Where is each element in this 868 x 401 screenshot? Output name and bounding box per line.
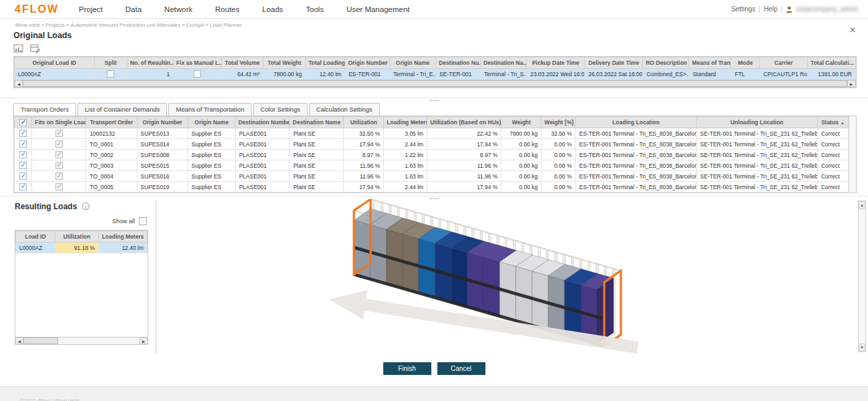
- finish-button[interactable]: Finish: [383, 362, 431, 375]
- settings-link[interactable]: Settings: [731, 5, 755, 13]
- column-header[interactable]: Unloading Location: [696, 117, 817, 128]
- column-header[interactable]: Origin Number: [137, 117, 188, 128]
- scroll-thumb[interactable]: [23, 338, 58, 344]
- column-header[interactable]: Means of Trans...: [689, 57, 731, 69]
- load-3d-viewer[interactable]: [157, 199, 828, 354]
- column-header[interactable]: Weight [%]: [541, 117, 576, 128]
- column-header[interactable]: Original Load ID: [15, 57, 95, 69]
- nav-item-tools[interactable]: Tools: [306, 5, 324, 13]
- row-checkbox[interactable]: [55, 140, 63, 148]
- row-checkbox[interactable]: [55, 183, 63, 190]
- scroll-thumb[interactable]: [23, 80, 847, 87]
- transport-orders-vscrollbar[interactable]: [849, 116, 856, 192]
- column-header[interactable]: Utilization: [344, 117, 384, 128]
- original-load-row[interactable]: L0000AZ164.42 m³7800.00 kg12.40 lmES-TER…: [15, 69, 856, 80]
- sort-ascending-icon[interactable]: ▲: [841, 121, 845, 125]
- tab-means-of-transportation[interactable]: Means of Transportation: [168, 103, 251, 116]
- scroll-left-arrow[interactable]: ◀: [15, 338, 23, 344]
- tab-color-settings[interactable]: Color Settings: [253, 103, 308, 116]
- cancel-button[interactable]: Cancel: [437, 362, 485, 375]
- scroll-up-arrow[interactable]: ▲: [859, 201, 865, 209]
- username-label[interactable]: vistacompany_admin: [796, 5, 859, 13]
- row-checkbox[interactable]: [55, 162, 63, 169]
- cell: SUPES014: [137, 139, 188, 150]
- row-checkbox[interactable]: [55, 151, 63, 158]
- resulting-loads-hscrollbar[interactable]: ◀ ▶: [15, 337, 148, 345]
- row-checkbox[interactable]: [19, 119, 27, 126]
- column-header[interactable]: Destination Number: [235, 117, 289, 128]
- close-icon[interactable]: ✕: [849, 27, 856, 33]
- column-header[interactable]: Pickup Date Time: [527, 57, 585, 69]
- row-checkbox[interactable]: [19, 130, 27, 137]
- transport-order-row[interactable]: TO_0001SUPES014Supplier ESPLASE001Plant …: [15, 139, 849, 150]
- transport-order-row[interactable]: TO_0003SUPES015Supplier ESPLASE001Plant …: [15, 160, 849, 171]
- column-header[interactable]: Total Weight: [263, 57, 305, 69]
- horizontal-splitter[interactable]: •••••: [0, 98, 868, 102]
- column-header[interactable]: Utilization (Based on HUs) [%]: [427, 117, 501, 128]
- column-header[interactable]: Weight: [501, 117, 541, 128]
- tab-list-of-container-demands[interactable]: List of Container Demands: [77, 103, 167, 116]
- nav-item-loads[interactable]: Loads: [262, 5, 283, 13]
- row-checkbox[interactable]: [19, 151, 27, 158]
- column-header[interactable]: Status▲: [817, 117, 848, 128]
- column-header[interactable]: Destination Name: [290, 117, 344, 128]
- column-header[interactable]: Delivery Date Time: [585, 57, 643, 69]
- scroll-track[interactable]: [58, 338, 140, 344]
- column-header[interactable]: Loading Location: [576, 117, 696, 128]
- column-header[interactable]: Utilization: [55, 231, 99, 243]
- resulting-load-row[interactable]: L0000AZ 91.18 % 12.40 lm: [16, 243, 148, 253]
- transport-order-row[interactable]: 10002132SUPES013Supplier ESPLASE001Plant…: [15, 128, 849, 139]
- column-header[interactable]: Carrier: [760, 57, 808, 69]
- scroll-down-arrow[interactable]: ▼: [859, 344, 865, 352]
- breadcrumb[interactable]: 4flow vista » Projects » Automotive Inbo…: [15, 22, 242, 28]
- column-header[interactable]: Transport Order: [86, 117, 137, 128]
- tab-calculation-settings[interactable]: Calculation Settings: [309, 103, 380, 116]
- scroll-right-arrow[interactable]: ▶: [847, 80, 855, 87]
- column-header[interactable]: Loading Meters: [99, 231, 148, 243]
- column-header[interactable]: Split: [94, 57, 127, 69]
- column-header[interactable]: Destination Na...: [480, 57, 526, 69]
- row-checkbox[interactable]: [55, 172, 63, 180]
- column-header[interactable]: Origin Name: [188, 117, 235, 128]
- column-header[interactable]: Loading Meters: [384, 117, 427, 128]
- column-header[interactable]: Origin Name: [389, 57, 435, 69]
- original-loads-hscrollbar[interactable]: ◀ ▶: [14, 80, 856, 88]
- column-header[interactable]: Total Calculati...: [808, 57, 856, 69]
- row-checkbox[interactable]: [19, 140, 27, 148]
- scroll-right-arrow[interactable]: ▶: [140, 338, 148, 344]
- transport-order-row[interactable]: TO_0002SUPES008Supplier ESPLASE001Plant …: [15, 150, 849, 160]
- vertical-splitter[interactable]: [156, 200, 156, 353]
- column-header[interactable]: Fix as Manual L...: [174, 57, 222, 69]
- column-header[interactable]: Total Loading ...: [305, 57, 345, 69]
- transport-order-row[interactable]: TO_0005SUPES019Supplier ESPLASE001Plant …: [15, 182, 849, 192]
- row-checkbox[interactable]: [19, 183, 27, 190]
- info-icon[interactable]: i: [82, 203, 89, 210]
- column-header[interactable]: Destination Nu...: [436, 57, 481, 69]
- column-header[interactable]: RO Description: [643, 57, 689, 69]
- table-layout-icon[interactable]: [13, 44, 24, 53]
- viewer-vscrollbar[interactable]: ▲ ▼: [858, 200, 866, 352]
- nav-item-data[interactable]: Data: [126, 5, 142, 13]
- transport-order-row[interactable]: TO_0004SUPES016Supplier ESPLASE001Plant …: [15, 171, 849, 182]
- nav-item-routes[interactable]: Routes: [215, 5, 239, 13]
- show-all-checkbox[interactable]: [139, 217, 147, 225]
- column-header[interactable]: Load ID: [16, 231, 55, 243]
- help-link[interactable]: Help: [764, 5, 778, 13]
- scroll-left-arrow[interactable]: ◀: [15, 80, 23, 87]
- column-header[interactable]: Total Volume: [221, 57, 263, 69]
- column-header[interactable]: Fits on Single Load: [32, 117, 86, 128]
- table-edit-icon[interactable]: [30, 44, 41, 53]
- nav-item-network[interactable]: Network: [164, 5, 192, 13]
- tab-transport-orders[interactable]: Transport Orders: [13, 103, 76, 116]
- cell: CPICAUTLP1 Ro...: [760, 69, 808, 80]
- nav-item-project[interactable]: Project: [79, 5, 103, 13]
- column-header[interactable]: No. of Resultin...: [127, 57, 173, 69]
- row-checkbox[interactable]: [107, 70, 114, 78]
- row-checkbox[interactable]: [19, 172, 27, 180]
- row-checkbox[interactable]: [194, 70, 201, 78]
- column-header[interactable]: Mode: [731, 57, 760, 69]
- row-checkbox[interactable]: [55, 130, 63, 137]
- column-header[interactable]: Origin Number: [345, 57, 390, 69]
- row-checkbox[interactable]: [19, 162, 27, 169]
- nav-item-user-management[interactable]: User Management: [347, 5, 410, 13]
